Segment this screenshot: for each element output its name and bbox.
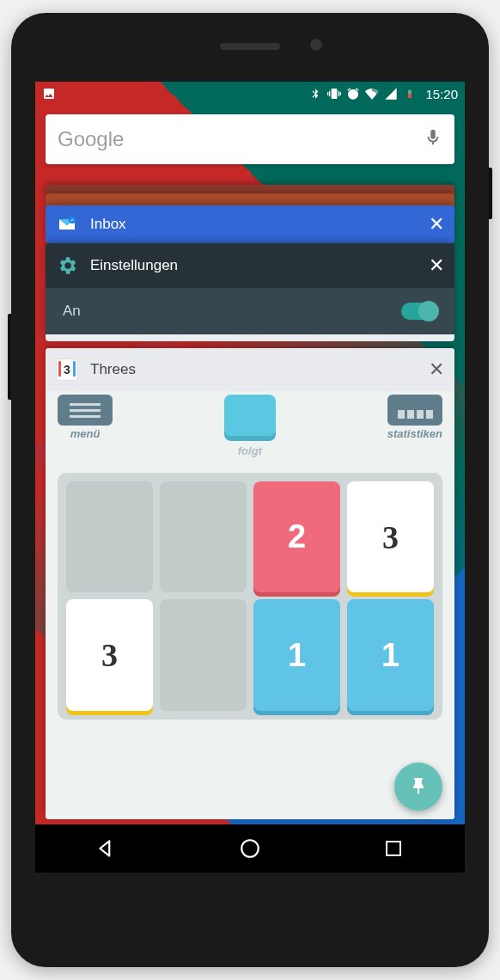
card-title: Einstellungen xyxy=(90,257,417,274)
bluetooth-icon xyxy=(308,87,322,101)
recents-button[interactable] xyxy=(381,836,405,861)
game-board: 2 3 3 1 1 xyxy=(58,473,442,720)
card-title: Inbox xyxy=(90,216,417,233)
next-label: folgt xyxy=(238,444,262,457)
inbox-app-icon xyxy=(56,213,78,236)
empty-cell xyxy=(160,599,247,710)
close-icon[interactable]: ✕ xyxy=(429,254,444,277)
threes-preview: menü folgt statistiken xyxy=(46,391,454,819)
close-icon[interactable]: ✕ xyxy=(429,213,444,236)
menu-label: menü xyxy=(70,427,101,440)
recent-apps-stack: Inbox ✕ Einstellungen ✕ An xyxy=(46,185,454,819)
google-search-bar[interactable]: Google xyxy=(46,114,454,164)
recent-card-settings[interactable]: Einstellungen ✕ An xyxy=(46,243,454,341)
battery-icon xyxy=(403,87,417,101)
threes-app-icon: 3 xyxy=(56,358,78,381)
recent-card-threes[interactable]: 3 Threes ✕ menü folgt xyxy=(46,348,454,819)
toggle-switch[interactable] xyxy=(401,303,437,320)
screen: 15:20 Google Inbox ✕ xyxy=(35,82,465,873)
power-button xyxy=(489,168,492,219)
svg-rect-2 xyxy=(387,842,400,855)
tile-3: 3 xyxy=(66,599,153,710)
status-clock: 15:20 xyxy=(425,87,458,101)
wifi-icon xyxy=(365,87,379,101)
pin-app-button[interactable] xyxy=(394,763,442,811)
stats-label: statistiken xyxy=(387,427,442,440)
close-icon[interactable]: ✕ xyxy=(429,358,444,381)
volume-rocker xyxy=(8,314,11,400)
tile-1: 1 xyxy=(253,599,340,710)
status-bar: 15:20 xyxy=(35,82,465,106)
svg-point-1 xyxy=(241,840,259,857)
tile-1: 1 xyxy=(347,599,434,710)
home-button[interactable] xyxy=(238,836,262,861)
recent-card-inbox[interactable]: Inbox ✕ xyxy=(46,205,454,243)
threes-next-tile: folgt xyxy=(224,395,276,457)
signal-icon xyxy=(384,87,398,101)
threes-menu-button[interactable]: menü xyxy=(58,395,113,440)
phone-camera xyxy=(310,39,322,51)
phone-frame: 15:20 Google Inbox ✕ xyxy=(11,13,489,967)
tile-2: 2 xyxy=(253,481,340,592)
alarm-icon xyxy=(346,87,360,101)
threes-stats-button[interactable]: statistiken xyxy=(387,395,442,440)
empty-cell xyxy=(160,481,247,592)
phone-speaker xyxy=(220,43,280,50)
toggle-label: An xyxy=(63,303,81,320)
back-button[interactable] xyxy=(95,836,119,861)
picture-icon xyxy=(42,87,56,101)
settings-edge xyxy=(46,334,454,341)
vibrate-icon xyxy=(327,87,341,101)
settings-preview: An xyxy=(46,288,454,334)
card-title: Threes xyxy=(90,361,417,378)
system-nav-bar xyxy=(35,824,465,873)
empty-cell xyxy=(66,481,153,592)
tile-3: 3 xyxy=(347,481,434,592)
gear-icon xyxy=(56,254,78,277)
search-placeholder: Google xyxy=(58,127,424,151)
mic-icon[interactable] xyxy=(424,125,442,154)
